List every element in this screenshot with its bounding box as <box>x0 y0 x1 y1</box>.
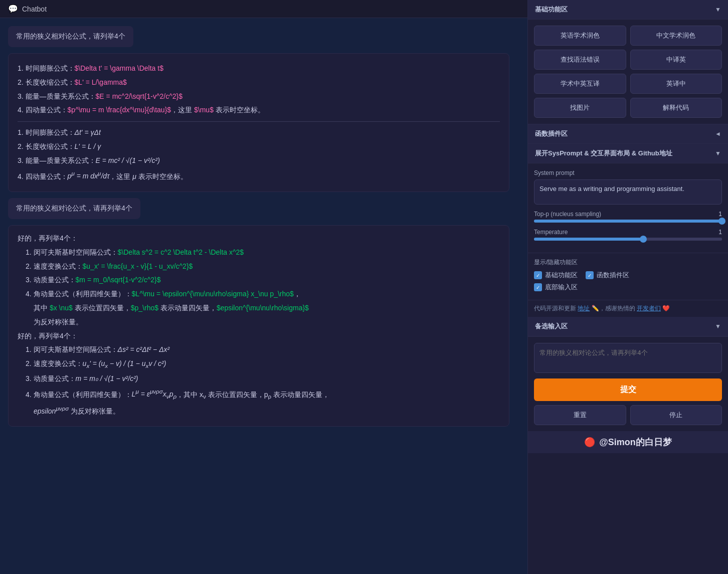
btn-chinese-polish[interactable]: 中文学术润色 <box>630 26 722 46</box>
temperature-value: 1 <box>718 229 722 236</box>
source-text: 代码开源和更新 <box>534 305 576 312</box>
basic-section-title: 基础功能区 <box>535 5 568 14</box>
backup-section: 提交 重置 停止 <box>528 336 728 431</box>
left-panel: 💬 Chatbot 常用的狭义相对论公式，请列举4个 1. 时间膨胀公式：$\D… <box>0 0 527 574</box>
checkbox-bottom-label: 底部输入区 <box>545 283 578 292</box>
btn-zh-to-en[interactable]: 中译英 <box>630 50 722 70</box>
btn-find-image[interactable]: 找图片 <box>534 98 626 118</box>
checkbox-plugin-box[interactable]: ✓ <box>586 271 594 279</box>
visibility-section: 显示/隐藏功能区 ✓ 基础功能区 ✓ 函数插件区 ✓ 底部输入区 <box>528 253 728 300</box>
checkbox-basic[interactable]: ✓ 基础功能区 <box>534 271 578 280</box>
top-p-value: 1 <box>718 211 722 218</box>
temperature-label: Temperature <box>534 229 568 236</box>
source-line: 代码开源和更新 地址 ✏️，感谢热情的 开发者们 ❤️ <box>528 300 728 317</box>
sysprompt-section: System prompt Serve me as a writing and … <box>528 163 728 253</box>
sysprompt-section-title: 展开SysPrompt & 交互界面布局 & Github地址 <box>535 149 672 158</box>
btn-academic-translate[interactable]: 学术中英互译 <box>534 74 626 94</box>
checkbox-row-2: ✓ 底部输入区 <box>534 283 722 292</box>
watermark-text: @Simon的白日梦 <box>599 436 672 448</box>
top-p-track[interactable] <box>534 220 722 223</box>
bottom-btn-row: 重置 停止 <box>534 405 722 425</box>
watermark-bar: 🔴 @Simon的白日梦 <box>528 431 728 453</box>
backup-section-header[interactable]: 备选输入区 ▼ <box>528 317 728 336</box>
source-link[interactable]: 地址 <box>578 305 590 312</box>
chat-area[interactable]: 常用的狭义相对论公式，请列举4个 1. 时间膨胀公式：$\Delta t' = … <box>0 18 527 574</box>
stop-button[interactable]: 停止 <box>630 405 722 425</box>
user-message-2: 常用的狭义相对论公式，请再列举4个 <box>8 198 140 219</box>
plugin-section-arrow: ◄ <box>715 130 721 137</box>
top-p-label: Top-p (nucleus sampling) <box>534 211 601 218</box>
basic-section-header[interactable]: 基础功能区 ▼ <box>528 0 728 20</box>
user-message-1: 常用的狭义相对论公式，请列举4个 <box>8 26 133 47</box>
temperature-row: Temperature 1 <box>534 229 722 241</box>
submit-button[interactable]: 提交 <box>534 378 722 401</box>
sysprompt-label: System prompt <box>534 169 722 176</box>
plugin-section-header[interactable]: 函数插件区 ◄ <box>528 124 728 144</box>
divider <box>18 121 500 122</box>
btn-explain-code[interactable]: 解释代码 <box>630 98 722 118</box>
basic-section-arrow: ▼ <box>715 6 721 13</box>
basic-btn-grid: 英语学术润色 中文学术润色 查找语法错误 中译英 学术中英互译 英译中 找图片 … <box>528 20 728 124</box>
checkbox-plugin[interactable]: ✓ 函数插件区 <box>586 271 629 280</box>
checkbox-plugin-label: 函数插件区 <box>597 271 629 280</box>
btn-english-polish[interactable]: 英语学术润色 <box>534 26 626 46</box>
btn-grammar-check[interactable]: 查找语法错误 <box>534 50 626 70</box>
latex-1: $\Delta t' = \gamma \Delta t$ <box>75 64 163 72</box>
formula-line: 1. 时间膨胀公式：$\Delta t' = \gamma \Delta t$ <box>18 63 500 75</box>
assistant-message-2: 好的，再列举4个： 1. 闵可夫斯基时空间隔公式：$\Delta s^2 = c… <box>8 225 509 427</box>
checkbox-row-1: ✓ 基础功能区 ✓ 函数插件区 <box>534 271 722 280</box>
backup-arrow: ▼ <box>715 323 721 330</box>
plugin-section-title: 函数插件区 <box>535 129 568 138</box>
chatbot-icon: 💬 <box>8 4 18 14</box>
sysprompt-box[interactable]: Serve me as a writing and programming as… <box>534 179 722 205</box>
top-p-fill <box>534 220 722 223</box>
header-bar: 💬 Chatbot <box>0 0 527 18</box>
checkbox-bottom-box[interactable]: ✓ <box>534 283 542 291</box>
btn-en-to-zh[interactable]: 英译中 <box>630 74 722 94</box>
assistant-message-1: 1. 时间膨胀公式：$\Delta t' = \gamma \Delta t$ … <box>8 53 509 192</box>
sysprompt-section-header[interactable]: 展开SysPrompt & 交互界面布局 & Github地址 ▼ <box>528 144 728 163</box>
backup-section-title: 备选输入区 <box>535 322 568 331</box>
temperature-fill <box>534 238 722 241</box>
backup-input[interactable] <box>534 343 722 373</box>
checkbox-basic-label: 基础功能区 <box>545 271 578 280</box>
heart-icon: ❤️ <box>662 305 670 312</box>
sysprompt-arrow: ▼ <box>715 150 721 157</box>
top-p-row: Top-p (nucleus sampling) 1 <box>534 211 722 223</box>
checkbox-bottom[interactable]: ✓ 底部输入区 <box>534 283 578 292</box>
weibo-icon: 🔴 <box>584 437 595 448</box>
reset-button[interactable]: 重置 <box>534 405 626 425</box>
visibility-title: 显示/隐藏功能区 <box>534 258 722 267</box>
checkbox-basic-box[interactable]: ✓ <box>534 271 542 279</box>
temperature-track[interactable] <box>534 238 722 241</box>
right-panel: 基础功能区 ▼ 英语学术润色 中文学术润色 查找语法错误 中译英 学术中英互译 … <box>527 0 728 574</box>
top-p-thumb[interactable] <box>718 218 725 225</box>
app-title: Chatbot <box>22 5 47 13</box>
temperature-thumb[interactable] <box>640 236 647 243</box>
thanks-link[interactable]: 开发者们 <box>637 305 661 312</box>
